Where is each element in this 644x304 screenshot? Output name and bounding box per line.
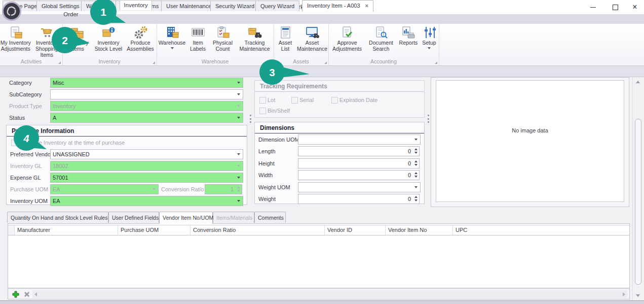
weight-uom-label: Weight UOM bbox=[258, 182, 290, 192]
spinner-arrows-icon[interactable] bbox=[414, 196, 418, 201]
column-header-manufacturer[interactable]: Manufacturer bbox=[15, 225, 118, 235]
item-labels-button[interactable]: Item Labels bbox=[187, 25, 209, 52]
spinner-arrows-icon[interactable] bbox=[414, 148, 418, 154]
length-spinner[interactable]: 0 bbox=[298, 146, 420, 156]
doc-tab-inventory-item-a003[interactable]: Inventory Item - A003× bbox=[302, 0, 373, 12]
vendor-item-table: Manufacturer Purchase UOM Conversion Rat… bbox=[8, 223, 630, 288]
doc-tab-query-wizard[interactable]: Query Wizard bbox=[255, 1, 299, 11]
ribbon-button-label: Produce Assemblies bbox=[125, 40, 156, 52]
close-button[interactable]: × bbox=[626, 0, 643, 14]
column-header-vendor-item-no[interactable]: Vendor Item No bbox=[386, 225, 453, 235]
warehouse-button[interactable]: Warehouse bbox=[158, 25, 187, 52]
dimensions-title: Dimensions bbox=[255, 122, 424, 133]
delete-x-icon bbox=[23, 291, 30, 298]
purchase-uom-label: Purchase UOM bbox=[10, 184, 48, 194]
tab-vendor-item-no-uom[interactable]: Vendor Item No/UOM bbox=[159, 212, 213, 224]
expiration-date-checkbox-label: Expiration Date bbox=[339, 96, 377, 104]
tracking-maintenance-button[interactable]: Tracking Maintenance bbox=[237, 25, 273, 52]
ribbon-button-label: Document Search bbox=[365, 40, 397, 52]
add-row-button[interactable] bbox=[12, 291, 19, 299]
tracking-binoculars-icon bbox=[248, 25, 262, 40]
category-label: Category bbox=[9, 78, 32, 88]
table-toolbar bbox=[8, 288, 630, 299]
product-type-dropdown: Inventory bbox=[50, 101, 243, 111]
tab-quantity-on-hand[interactable]: Quantity On Hand and Stock Level Rules bbox=[7, 212, 108, 223]
reports-button[interactable]: Reports bbox=[397, 25, 420, 52]
ribbon-button-label: Warehouse bbox=[159, 40, 185, 46]
ribbon-group-accounting: Approve Adjustments Document Search Repo… bbox=[328, 24, 439, 65]
document-check-icon bbox=[340, 25, 354, 40]
dialog-launcher-icon[interactable] bbox=[435, 61, 437, 64]
height-spinner[interactable]: 0 bbox=[298, 158, 420, 168]
scroll-up-icon[interactable] bbox=[636, 81, 640, 83]
application-window: Workflow Modules 2018 × Budget Purchase … bbox=[0, 0, 644, 304]
column-header-vendor-id[interactable]: Vendor ID bbox=[325, 225, 386, 235]
produce-assemblies-button[interactable]: Produce Assemblies bbox=[125, 25, 156, 52]
panel-splitter-grip[interactable] bbox=[428, 115, 429, 123]
app-logo-icon bbox=[2, 1, 22, 21]
expiration-date-checkbox bbox=[331, 97, 338, 104]
panel-splitter-grip[interactable] bbox=[250, 115, 251, 123]
category-dropdown[interactable]: Misc bbox=[50, 78, 243, 88]
scroll-left-icon[interactable] bbox=[34, 292, 37, 296]
dimension-uom-dropdown[interactable] bbox=[298, 134, 421, 145]
dropdown-arrow-icon bbox=[237, 105, 240, 107]
physical-count-button[interactable]: Physical Count bbox=[209, 25, 237, 52]
document-search-icon bbox=[374, 25, 388, 40]
expense-gl-dropdown[interactable]: 57001 bbox=[50, 173, 243, 183]
dialog-launcher-icon[interactable] bbox=[153, 61, 155, 64]
approve-adjustments-button[interactable]: Approve Adjustments bbox=[329, 25, 365, 52]
height-label: Height bbox=[258, 158, 275, 168]
column-header-upc[interactable]: UPC bbox=[453, 225, 629, 235]
asset-list-button[interactable]: Asset List bbox=[274, 25, 296, 52]
subcategory-dropdown[interactable] bbox=[50, 89, 243, 99]
vertical-scrollbar-thumb[interactable] bbox=[635, 119, 641, 285]
inventory-uom-dropdown[interactable]: EA bbox=[50, 196, 243, 206]
scroll-right-icon[interactable] bbox=[623, 292, 625, 296]
horizontal-scrollbar[interactable] bbox=[32, 290, 627, 298]
serial-checkbox bbox=[291, 97, 298, 104]
minimize-button[interactable] bbox=[582, 0, 604, 14]
application-menu-button[interactable] bbox=[2, 1, 22, 21]
inventory-stock-level-button[interactable]: Inventory Stock Level bbox=[92, 25, 125, 52]
subcategory-label: SubCategory bbox=[9, 89, 42, 99]
setup-button[interactable]: Setup bbox=[420, 25, 438, 52]
column-header-conversion-ratio[interactable]: Conversion Ratio bbox=[191, 225, 325, 235]
scroll-down-icon[interactable] bbox=[636, 294, 640, 297]
doc-tab-global-settings[interactable]: Global Settings bbox=[36, 1, 85, 11]
dialog-launcher-icon[interactable] bbox=[324, 61, 327, 64]
preferred-vendor-dropdown[interactable]: UNASSIGNED bbox=[50, 149, 243, 159]
table-header-row: Manufacturer Purchase UOM Conversion Rat… bbox=[8, 225, 629, 235]
weight-spinner[interactable]: 0 bbox=[298, 194, 420, 204]
my-inventory-adjustments-button[interactable]: My Inventory Adjustments bbox=[0, 25, 31, 58]
inventory-gl-dropdown: 18002 bbox=[50, 161, 243, 171]
spinner-arrows-icon[interactable] bbox=[414, 172, 418, 178]
width-spinner[interactable]: 0 bbox=[298, 170, 420, 180]
svg-text:1: 1 bbox=[100, 6, 106, 18]
doc-tab-user-maintenance[interactable]: User Maintenance bbox=[161, 1, 216, 11]
ribbon-group-caption: Activities bbox=[0, 58, 62, 64]
document-search-button[interactable]: Document Search bbox=[365, 25, 397, 52]
lot-checkbox bbox=[259, 97, 266, 104]
dialog-launcher-icon[interactable] bbox=[58, 61, 61, 64]
add-icon bbox=[12, 291, 19, 298]
vertical-scrollbar[interactable] bbox=[632, 77, 643, 300]
ribbon-button-label: Inventory Stock Level bbox=[92, 40, 125, 52]
dropdown-arrow-icon bbox=[237, 177, 240, 179]
tab-user-defined-fields[interactable]: User Defined Fields bbox=[108, 212, 159, 223]
clipboard-icon bbox=[216, 25, 230, 40]
spinner-arrows-icon[interactable] bbox=[414, 160, 418, 166]
window-bottom-edge bbox=[0, 300, 644, 304]
doc-tab-security-wizard[interactable]: Security Wizard bbox=[210, 1, 259, 11]
delete-row-button[interactable] bbox=[23, 291, 30, 299]
weight-uom-dropdown[interactable] bbox=[298, 182, 421, 192]
tab-close-icon[interactable]: × bbox=[365, 3, 368, 9]
maximize-button[interactable] bbox=[604, 0, 626, 14]
asset-maintenance-button[interactable]: Asset Maintenance bbox=[296, 25, 328, 52]
tab-comments[interactable]: Comments bbox=[254, 212, 286, 223]
status-dropdown[interactable]: A bbox=[50, 113, 243, 123]
column-header-purchase-uom[interactable]: Purchase UOM bbox=[118, 225, 191, 235]
ribbon-button-label: Asset List bbox=[274, 40, 296, 52]
dropdown-arrow-icon bbox=[237, 82, 240, 84]
dropdown-arrow-icon bbox=[414, 186, 418, 188]
